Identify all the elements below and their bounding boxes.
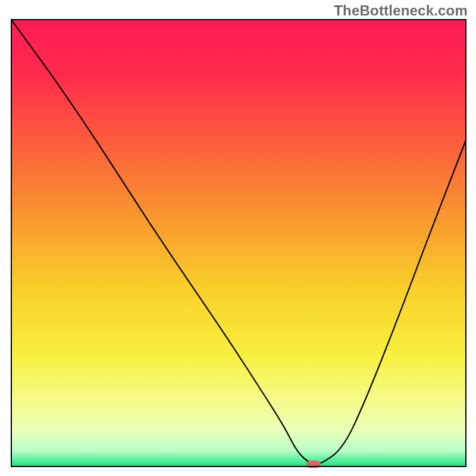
chart-background xyxy=(11,20,466,466)
bottleneck-chart xyxy=(0,0,476,476)
chart-container: TheBottleneck.com xyxy=(0,0,476,476)
